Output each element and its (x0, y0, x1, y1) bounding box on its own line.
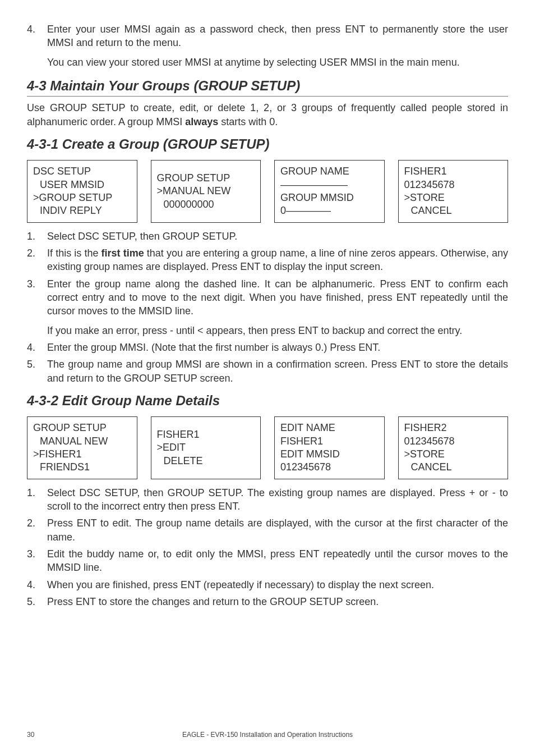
text: If this is the (47, 248, 102, 259)
intro-4-3: Use GROUP SETUP to create, edit, or dele… (27, 101, 508, 129)
step-2: 2. Press ENT to edit. The group name det… (27, 516, 508, 544)
step-body: When you are finished, press ENT (repeat… (47, 578, 508, 592)
lcd-line: >STORE (404, 448, 502, 461)
step-body: Press ENT to edit. The group name detail… (47, 516, 508, 544)
page-number: 30 (27, 730, 34, 739)
lcd-screen: GROUP SETUP MANUAL NEW >FISHER1 FRIENDS1 (27, 416, 137, 479)
step-text: If you make an error, press - until < ap… (47, 324, 508, 337)
lcd-screen: DSC SETUP USER MMSID >GROUP SETUP INDIV … (27, 160, 137, 223)
step-number: 2. (27, 246, 47, 274)
step-text: Enter your user MMSI again as a password… (47, 22, 508, 50)
step-text: Select DSC SETUP, then GROUP SETUP. (47, 230, 508, 243)
step-number: 3. (27, 547, 47, 575)
lcd-line: 012345678 (404, 178, 502, 191)
step-body: The group name and group MMSI are shown … (47, 358, 508, 385)
lcd-line: USER MMSID (33, 178, 131, 191)
bold-text: first time (102, 248, 144, 259)
step-number: 1. (27, 486, 47, 514)
lcd-line: EDIT NAME (280, 421, 379, 434)
screen-row: GROUP SETUP MANUAL NEW >FISHER1 FRIENDS1… (27, 416, 508, 479)
step-2: 2. If this is the first time that you ar… (27, 246, 508, 274)
lcd-screen: FISHER1 012345678 >STORE CANCEL (398, 160, 509, 223)
lcd-line: GROUP SETUP (157, 172, 255, 185)
step-text: Edit the buddy name or, to edit only the… (47, 547, 508, 575)
step-number: 4. (27, 22, 47, 69)
lcd-line: >FISHER1 (33, 448, 131, 461)
screen-row: DSC SETUP USER MMSID >GROUP SETUP INDIV … (27, 160, 508, 223)
lcd-line: CANCEL (404, 204, 502, 217)
lcd-line: FISHER2 (404, 421, 502, 434)
lcd-screen: GROUP SETUP >MANUAL NEW 000000000 (151, 160, 261, 223)
step-body: If this is the first time that you are e… (47, 246, 508, 274)
lcd-line: >GROUP SETUP (33, 191, 131, 204)
lcd-screen: FISHER2 012345678 >STORE CANCEL (398, 416, 509, 479)
step-text: Select DSC SETUP, then GROUP SETUP. The … (47, 486, 508, 514)
lcd-screen: EDIT NAME FISHER1 EDIT MMSID 012345678 (274, 416, 385, 479)
lcd-line: >STORE (404, 191, 502, 204)
lcd-screen: FISHER1 >EDIT DELETE (151, 416, 261, 479)
step-5: 5. Press ENT to store the changes and re… (27, 595, 508, 608)
lcd-line: FISHER1 (280, 435, 379, 448)
step-text: Press ENT to edit. The group name detail… (47, 516, 508, 544)
step-4: 4. When you are finished, press ENT (rep… (27, 578, 508, 592)
step-body: Enter your user MMSI again as a password… (47, 22, 508, 69)
lcd-line: >EDIT (157, 441, 255, 454)
lcd-line: FISHER1 (157, 428, 255, 441)
step-body: Enter the group MMSI. (Note that the fir… (47, 341, 508, 354)
step-text: Press ENT to store the changes and retur… (47, 595, 508, 608)
step-number: 5. (27, 595, 47, 608)
lcd-line: EDIT MMSID (280, 448, 379, 461)
lcd-line: CANCEL (404, 461, 502, 474)
step-body: Select DSC SETUP, then GROUP SETUP. The … (47, 486, 508, 514)
lcd-line: DELETE (157, 455, 255, 468)
step-text: The group name and group MMSI are shown … (47, 358, 508, 385)
step-text: When you are finished, press ENT (repeat… (47, 578, 508, 592)
step-body: Select DSC SETUP, then GROUP SETUP. (47, 230, 508, 243)
step-number: 2. (27, 516, 47, 544)
heading-4-3-2: 4-3-2 Edit Group Name Details (27, 392, 508, 410)
step-body: Enter the group name along the dashed li… (47, 277, 508, 337)
lcd-line: MANUAL NEW (33, 435, 131, 448)
heading-4-3-1: 4-3-1 Create a Group (GROUP SETUP) (27, 135, 508, 153)
intro-bold: always (185, 116, 218, 127)
lcd-line: GROUP MMSID (280, 191, 379, 204)
step-4: 4. Enter the group MMSI. (Note that the … (27, 341, 508, 354)
step-3: 3. Enter the group name along the dashed… (27, 277, 508, 337)
step-text: If this is the first time that you are e… (47, 246, 508, 274)
step-number: 1. (27, 230, 47, 243)
step-number: 3. (27, 277, 47, 337)
lcd-line: INDIV REPLY (33, 204, 131, 217)
step-number: 5. (27, 358, 47, 385)
lcd-line: 012345678 (280, 461, 379, 474)
step-1: 1. Select DSC SETUP, then GROUP SETUP. T… (27, 486, 508, 514)
lcd-line: GROUP NAME (280, 165, 379, 178)
step-5: 5. The group name and group MMSI are sho… (27, 358, 508, 385)
step-body: Edit the buddy name or, to edit only the… (47, 547, 508, 575)
page-footer: 30 EAGLE - EVR-150 Installation and Oper… (27, 730, 508, 739)
lcd-line: –––––––––––– (280, 178, 379, 191)
step-text: You can view your stored user MMSI at an… (47, 56, 508, 69)
step-number: 4. (27, 341, 47, 354)
lcd-line: FISHER1 (404, 165, 502, 178)
footer-title: EAGLE - EVR-150 Installation and Operati… (27, 730, 508, 739)
step-4-prev: 4. Enter your user MMSI again as a passw… (27, 22, 508, 69)
step-number: 4. (27, 578, 47, 592)
heading-4-3: 4-3 Maintain Your Groups (GROUP SETUP) (27, 77, 508, 97)
lcd-line: 000000000 (157, 198, 255, 211)
lcd-line: 012345678 (404, 435, 502, 448)
lcd-line: GROUP SETUP (33, 421, 131, 434)
lcd-line: DSC SETUP (33, 165, 131, 178)
intro-text: starts with 0. (218, 116, 278, 127)
lcd-screen: GROUP NAME –––––––––––– GROUP MMSID 0–––… (274, 160, 385, 223)
step-1: 1. Select DSC SETUP, then GROUP SETUP. (27, 230, 508, 243)
step-text: Enter the group name along the dashed li… (47, 277, 508, 318)
lcd-line: 0–––––––– (280, 204, 379, 217)
step-3: 3. Edit the buddy name or, to edit only … (27, 547, 508, 575)
step-body: Press ENT to store the changes and retur… (47, 595, 508, 608)
lcd-line: >MANUAL NEW (157, 185, 255, 198)
lcd-line: FRIENDS1 (33, 461, 131, 474)
step-text: Enter the group MMSI. (Note that the fir… (47, 341, 508, 354)
